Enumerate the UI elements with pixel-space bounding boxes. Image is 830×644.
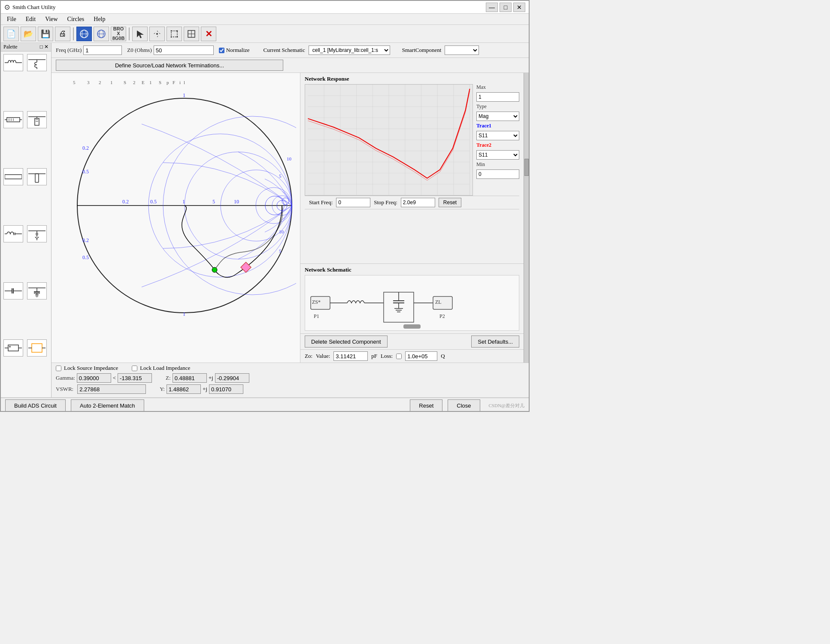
menu-file[interactable]: File xyxy=(3,15,21,24)
response-controls: Max Type MagPhasedB Trace1 S11S21 xyxy=(476,84,519,196)
maximize-button[interactable]: □ xyxy=(500,3,512,12)
cursor-button[interactable] xyxy=(132,27,148,41)
globe-button[interactable] xyxy=(76,27,92,41)
open-button[interactable]: 📂 xyxy=(21,27,36,41)
build-ads-button[interactable]: Build ADS Circuit xyxy=(5,399,66,411)
svg-text:l: l xyxy=(184,80,185,85)
gamma-value-input[interactable] xyxy=(77,373,111,383)
freq-reset-button[interactable]: Reset xyxy=(439,198,461,207)
vswr-value-input[interactable] xyxy=(77,384,146,394)
palette-item-shunt-rl[interactable] xyxy=(27,111,47,128)
move-button[interactable] xyxy=(149,27,165,41)
scrollbar-thumb[interactable] xyxy=(524,159,529,176)
start-freq-label: Start Freq: xyxy=(309,199,333,206)
auto-match-button[interactable]: Auto 2-Element Match xyxy=(71,399,144,411)
delete-tool-button[interactable]: ✕ xyxy=(201,27,216,41)
loss-checkbox[interactable] xyxy=(396,354,402,359)
normalize-checkbox[interactable] xyxy=(219,48,224,53)
svg-marker-10 xyxy=(158,33,161,34)
footer-reset-button[interactable]: Reset xyxy=(410,399,442,411)
menu-view[interactable]: View xyxy=(41,15,62,24)
lock-source-checkbox[interactable] xyxy=(56,366,61,371)
minimize-button[interactable]: — xyxy=(486,3,498,12)
max-input[interactable] xyxy=(476,92,519,102)
delete-component-button[interactable]: Delete Selected Component xyxy=(305,336,388,348)
palette-controls[interactable]: □ ✕ xyxy=(40,44,48,50)
z-real-input[interactable] xyxy=(173,373,207,383)
network-response-chart[interactable] xyxy=(305,84,473,196)
angle-value-input[interactable] xyxy=(118,373,152,383)
start-freq-input[interactable] xyxy=(336,198,370,207)
svg-text:2: 2 xyxy=(133,80,136,85)
zo-row: Zo: Value: pF Loss: Q xyxy=(300,349,524,363)
svg-point-14 xyxy=(177,30,178,31)
z-imag-input[interactable] xyxy=(215,373,249,383)
current-schematic-label: Current Schematic xyxy=(264,47,305,54)
palette-item-shunt-cap[interactable] xyxy=(27,282,47,299)
trace2-select[interactable]: S11S21 xyxy=(476,150,519,160)
svg-point-11 xyxy=(156,33,158,35)
network-schematic-section: Network Schematic ZS* P1 xyxy=(300,264,524,334)
svg-text:5: 5 xyxy=(279,173,282,178)
globe2-button[interactable] xyxy=(94,27,109,41)
type-select[interactable]: MagPhasedB xyxy=(476,112,519,121)
component-value-input[interactable] xyxy=(333,351,368,361)
stop-freq-input[interactable] xyxy=(401,198,435,207)
palette-item-series-lc[interactable] xyxy=(3,225,23,242)
palette-item-series-rl[interactable] xyxy=(3,111,23,128)
palette-item-series-inductor[interactable] xyxy=(3,54,23,71)
svg-text:ZS*: ZS* xyxy=(312,299,321,305)
smith-chart-svg[interactable]: 5 3 2 1 S 2 E 1 S p F i l xyxy=(56,75,296,324)
palette-item-shunt-lc[interactable] xyxy=(27,225,47,242)
svg-text:1: 1 xyxy=(183,311,185,317)
svg-text:P2: P2 xyxy=(439,313,445,319)
palette-item-shunt-inductor[interactable] xyxy=(27,54,47,71)
palette-item-tline[interactable] xyxy=(3,168,23,185)
svg-text:5: 5 xyxy=(279,248,282,254)
palette-item-block2[interactable] xyxy=(27,339,47,357)
align-button[interactable] xyxy=(184,27,199,41)
trace1-label: Trace1 xyxy=(476,123,519,129)
y-real-input[interactable] xyxy=(167,384,201,394)
footer-close-button[interactable]: Close xyxy=(448,399,480,411)
footer: Build ADS Circuit Auto 2-Element Match R… xyxy=(1,397,529,412)
app-icon: ⊙ xyxy=(4,3,10,11)
palette-item-block1[interactable] xyxy=(3,339,23,357)
print-button[interactable]: 🖨 xyxy=(55,27,70,41)
save-button[interactable]: 💾 xyxy=(38,27,53,41)
y-imag-input[interactable] xyxy=(209,384,243,394)
menu-edit[interactable]: Edit xyxy=(21,15,40,24)
svg-text:P1: P1 xyxy=(314,313,319,319)
trace1-select[interactable]: S11S21 xyxy=(476,131,519,140)
menu-bar: File Edit View Circles Help xyxy=(1,14,529,25)
vswr-row: VSWR: Y: +j xyxy=(56,384,524,394)
min-input[interactable] xyxy=(476,169,519,179)
define-button[interactable]: Define Source/Load Network Terminations.… xyxy=(56,60,283,71)
menu-help[interactable]: Help xyxy=(89,15,109,24)
right-panel-scrollbar[interactable] xyxy=(524,73,529,363)
close-button[interactable]: ✕ xyxy=(513,3,525,12)
lock-load-checkbox[interactable] xyxy=(132,366,137,371)
menu-circles[interactable]: Circles xyxy=(63,15,89,24)
new-button[interactable]: 📄 xyxy=(3,27,19,41)
app-title: Smith Chart Utility xyxy=(12,4,55,11)
current-schematic-select[interactable]: cell_1 [MyLibrary_lib:cell_1:s xyxy=(309,45,390,55)
schematic-scrollbar-thumb[interactable] xyxy=(403,324,421,329)
toolbar-sep-1 xyxy=(73,27,74,40)
palette-item-shunt-tline[interactable] xyxy=(27,168,47,185)
smart-component-select[interactable] xyxy=(445,45,479,55)
toolbar: 📄 📂 💾 🖨 BROX8G0B ✕ xyxy=(1,25,529,43)
grid-button[interactable]: BROX8G0B xyxy=(111,27,126,41)
lock-row: Lock Source Impedance Lock Load Impedanc… xyxy=(56,365,524,372)
palette-item-cap[interactable] xyxy=(3,282,23,299)
min-label: Min xyxy=(476,161,519,168)
marquee-button[interactable] xyxy=(167,27,182,41)
z0-input[interactable] xyxy=(154,45,214,55)
lock-load-group: Lock Load Impedance xyxy=(132,365,190,372)
smart-component-label: SmartComponent xyxy=(402,47,442,54)
set-defaults-button[interactable]: Set Defaults... xyxy=(471,336,519,348)
svg-text:5: 5 xyxy=(212,199,215,205)
freq-input[interactable] xyxy=(83,45,122,55)
q-label: Q xyxy=(441,353,445,360)
q-value-input[interactable] xyxy=(405,351,437,361)
